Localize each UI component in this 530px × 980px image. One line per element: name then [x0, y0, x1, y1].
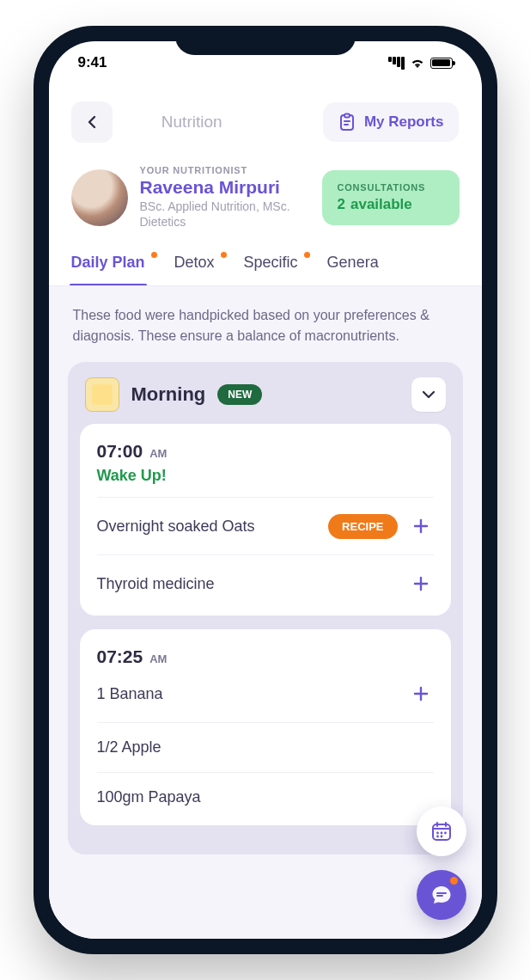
- time-row: 07:25 AM: [97, 646, 434, 667]
- plan-intro-text: These food were handpicked based on your…: [68, 305, 463, 362]
- phone-screen: 9:41 Nutrition: [49, 41, 482, 939]
- nutritionist-label: YOUR NUTRITIONIST: [140, 165, 310, 175]
- slot-time: 07:25: [97, 646, 143, 667]
- app-header: Nutrition My Reports: [49, 93, 482, 150]
- plan-item-name: Overnight soaked Oats: [97, 518, 319, 536]
- my-reports-label: My Reports: [364, 113, 444, 131]
- nutritionist-credentials: BSc. Applied Nutrition, MSc. Dietetics: [140, 199, 310, 230]
- battery-icon: [430, 58, 453, 69]
- plan-item: Thyroid medicine: [97, 554, 434, 612]
- slot-note: Wake Up!: [97, 467, 434, 485]
- my-reports-button[interactable]: My Reports: [323, 102, 460, 142]
- notification-dot: [151, 252, 157, 258]
- consultations-value: 2available: [338, 196, 444, 213]
- tab-detox[interactable]: Detox: [174, 254, 215, 285]
- plan-item-name: 1/2 Apple: [97, 738, 434, 756]
- chat-fab[interactable]: [417, 870, 466, 920]
- add-item-button[interactable]: [408, 513, 434, 539]
- collapse-button[interactable]: [411, 377, 446, 412]
- phone-frame: 9:41 Nutrition: [34, 26, 497, 954]
- add-item-button[interactable]: [408, 681, 434, 707]
- tab-label: Detox: [174, 254, 215, 271]
- calendar-icon: [430, 820, 453, 842]
- device-notch: [175, 26, 356, 55]
- wifi-icon: [410, 57, 425, 69]
- plan-item: Overnight soaked Oats RECIPE: [97, 497, 434, 554]
- nutritionist-row: YOUR NUTRITIONIST Raveena Mirpuri BSc. A…: [49, 150, 482, 242]
- toast-icon: [85, 377, 119, 412]
- plan-item: 1 Banana: [97, 672, 434, 722]
- svg-rect-1: [344, 114, 350, 118]
- status-indicators: [387, 57, 453, 70]
- tab-daily-plan[interactable]: Daily Plan: [71, 254, 145, 285]
- consultations-count: 2: [338, 196, 345, 212]
- svg-point-3: [436, 832, 439, 835]
- slot-ampm: AM: [149, 652, 167, 665]
- plan-item-name: Thyroid medicine: [97, 575, 398, 593]
- notification-dot: [450, 877, 458, 885]
- tab-label: Daily Plan: [71, 254, 145, 271]
- plan-tabs: Daily Plan Detox Specific Genera: [49, 242, 482, 286]
- page-title: Nutrition: [161, 113, 222, 132]
- consultations-card[interactable]: CONSULTATIONS 2available: [322, 170, 460, 225]
- svg-point-5: [444, 832, 447, 835]
- slot-ampm: AM: [149, 447, 167, 460]
- plan-body: These food were handpicked based on your…: [49, 286, 482, 939]
- add-item-button[interactable]: [408, 571, 434, 597]
- time-slot-card: 07:00 AM Wake Up! Overnight soaked Oats …: [80, 424, 451, 616]
- svg-point-7: [440, 836, 442, 838]
- time-slot-card: 07:25 AM 1 Banana 1/2: [80, 629, 451, 825]
- notification-dot: [304, 252, 310, 258]
- svg-point-6: [436, 836, 439, 838]
- consultations-label: CONSULTATIONS: [338, 182, 444, 193]
- chat-icon: [430, 884, 453, 906]
- plus-icon: [412, 685, 429, 702]
- svg-point-4: [440, 832, 442, 835]
- chevron-left-icon: [86, 115, 98, 129]
- fab-stack: [417, 806, 466, 920]
- morning-section: Morning NEW 07:00 AM: [68, 362, 463, 854]
- section-title: Morning: [131, 383, 206, 406]
- plan-item-name: 100gm Papaya: [97, 788, 434, 806]
- plan-item: 1/2 Apple: [97, 722, 434, 772]
- chevron-down-icon: [422, 390, 436, 399]
- tab-specific[interactable]: Specific: [244, 254, 298, 285]
- back-button[interactable]: [71, 101, 113, 143]
- nutritionist-info: YOUR NUTRITIONIST Raveena Mirpuri BSc. A…: [140, 165, 310, 230]
- plus-icon: [412, 518, 429, 535]
- tab-general[interactable]: Genera: [327, 254, 379, 285]
- slot-time: 07:00: [97, 441, 143, 462]
- plus-icon: [412, 575, 429, 592]
- recipe-badge[interactable]: RECIPE: [328, 514, 397, 539]
- plan-item: 100gm Papaya: [97, 772, 434, 822]
- calendar-fab[interactable]: [417, 806, 466, 856]
- cellular-icon: [387, 57, 405, 70]
- new-badge: NEW: [217, 384, 262, 405]
- tab-label: Genera: [327, 254, 379, 271]
- plan-item-name: 1 Banana: [97, 685, 398, 703]
- section-header: Morning NEW: [80, 374, 451, 424]
- notification-dot: [221, 252, 227, 258]
- nutritionist-name[interactable]: Raveena Mirpuri: [140, 177, 310, 198]
- nutritionist-avatar[interactable]: [71, 169, 128, 226]
- tab-label: Specific: [244, 254, 298, 271]
- clipboard-icon: [338, 113, 356, 132]
- status-time: 9:41: [78, 54, 107, 71]
- consultations-suffix: available: [350, 196, 412, 212]
- time-row: 07:00 AM: [97, 441, 434, 462]
